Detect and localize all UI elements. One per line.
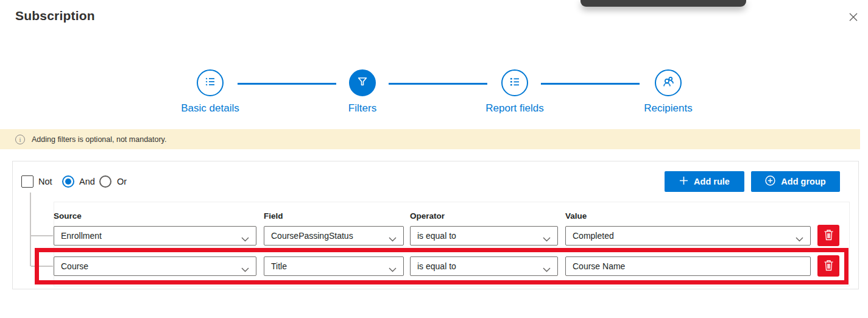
add-rule-button[interactable]: Add rule	[665, 171, 744, 192]
plus-icon	[679, 176, 688, 187]
add-rule-label: Add rule	[694, 177, 730, 186]
chevron-down-icon	[796, 234, 803, 244]
plus-circle-icon	[765, 175, 775, 188]
trash-icon	[824, 260, 834, 273]
delete-rule-button[interactable]	[817, 255, 839, 277]
stepper-connector	[389, 83, 487, 85]
and-label: And	[79, 177, 95, 186]
tree-connector	[31, 266, 53, 267]
operator-dropdown-value: is equal to	[417, 261, 456, 271]
add-group-button[interactable]: Add group	[751, 171, 840, 192]
funnel-icon	[356, 75, 369, 91]
source-dropdown[interactable]: Course	[54, 256, 256, 276]
chevron-down-icon	[241, 264, 249, 274]
operator-dropdown-value: is equal to	[417, 231, 456, 241]
info-banner: i Adding filters is optional, not mandat…	[0, 129, 860, 149]
column-header-operator: Operator	[410, 211, 445, 221]
value-dropdown-value: Completed	[573, 231, 614, 241]
value-input[interactable]	[565, 256, 811, 276]
source-dropdown-value: Enrollment	[61, 231, 102, 241]
step-label-recipients[interactable]: Recipients	[644, 102, 692, 115]
field-dropdown[interactable]: CoursePassingStatus	[264, 226, 404, 246]
not-label: Not	[38, 177, 52, 186]
list-check-icon	[203, 74, 217, 91]
column-header-source: Source	[54, 211, 82, 221]
or-radio[interactable]	[99, 175, 111, 188]
operator-dropdown[interactable]: is equal to	[410, 256, 558, 276]
chevron-down-icon	[241, 234, 249, 244]
close-icon	[849, 12, 858, 24]
delete-rule-button[interactable]	[817, 225, 839, 246]
step-filters[interactable]	[349, 69, 376, 96]
chevron-down-icon	[543, 264, 551, 274]
info-banner-text: Adding filters is optional, not mandator…	[32, 135, 166, 144]
trash-icon	[824, 229, 834, 242]
field-dropdown-value: CoursePassingStatus	[271, 231, 353, 241]
and-radio[interactable]	[62, 175, 74, 188]
subscription-dialog: Subscription Basic details Filters	[0, 0, 868, 318]
source-dropdown[interactable]: Enrollment	[54, 226, 256, 246]
tree-vertical-line	[30, 193, 31, 266]
value-dropdown[interactable]: Completed	[565, 226, 811, 246]
stepper-connector	[541, 83, 640, 85]
tree-connector	[31, 235, 53, 236]
source-dropdown-value: Course	[61, 261, 88, 271]
field-dropdown-value: Title	[271, 261, 287, 271]
field-dropdown[interactable]: Title	[264, 256, 404, 276]
operator-dropdown[interactable]: is equal to	[410, 226, 558, 246]
step-report-fields[interactable]	[501, 69, 528, 96]
close-button[interactable]	[847, 12, 860, 25]
chevron-down-icon	[543, 234, 551, 244]
chevron-down-icon	[389, 234, 397, 244]
column-header-value: Value	[565, 211, 587, 221]
or-label: Or	[117, 177, 127, 186]
step-recipients[interactable]	[655, 69, 682, 96]
chevron-down-icon	[389, 264, 397, 274]
list-box-icon	[507, 74, 522, 91]
not-checkbox[interactable]	[21, 175, 34, 188]
stepper-connector	[238, 83, 336, 85]
page-title: Subscription	[15, 9, 95, 23]
step-basic-details[interactable]	[197, 69, 224, 96]
people-icon	[661, 74, 676, 91]
step-label-basic-details[interactable]: Basic details	[181, 102, 239, 115]
add-group-label: Add group	[781, 177, 825, 186]
step-label-report-fields[interactable]: Report fields	[485, 102, 543, 115]
column-header-field: Field	[264, 211, 283, 221]
step-label-filters[interactable]: Filters	[348, 102, 376, 115]
info-icon: i	[15, 135, 25, 144]
tooltip-remnant	[580, 0, 746, 7]
